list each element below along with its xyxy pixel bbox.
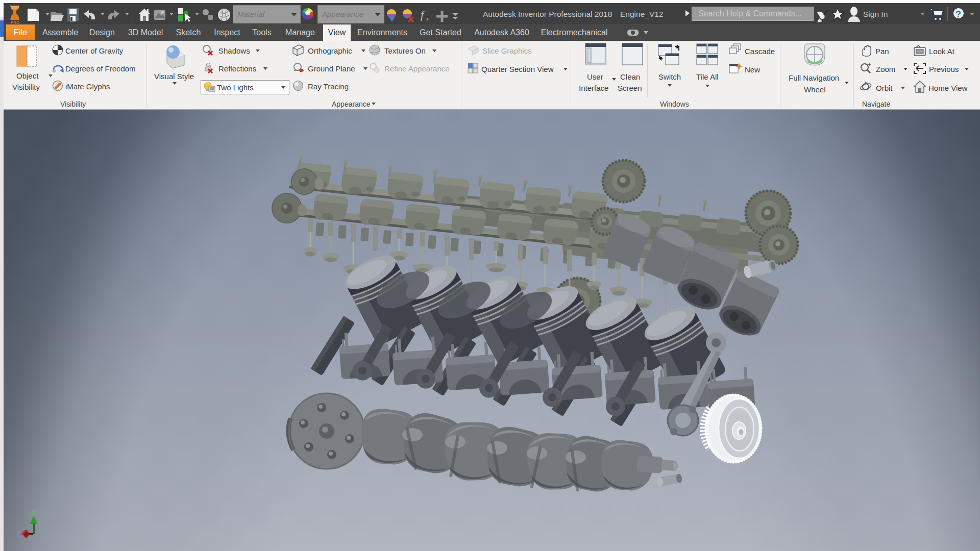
svg-text:f: f xyxy=(421,8,425,21)
svg-text:?: ? xyxy=(955,9,961,19)
svg-text:x: x xyxy=(426,15,429,21)
svg-text:PRO: PRO xyxy=(11,20,19,24)
svg-text:x: x xyxy=(22,535,25,541)
svg-text:Z: Z xyxy=(17,530,21,538)
